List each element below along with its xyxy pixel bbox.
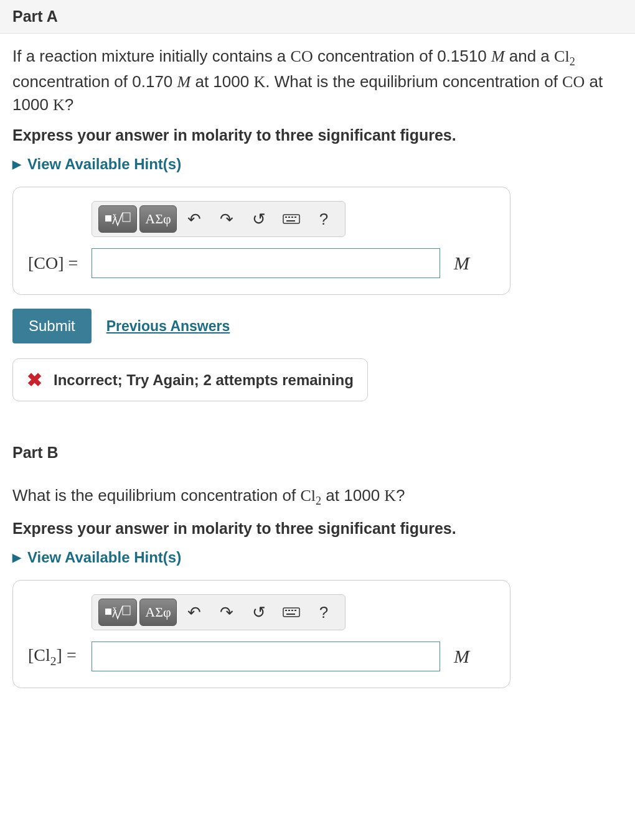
unit-a: M bbox=[454, 253, 469, 274]
hints-toggle-a[interactable]: ▶ View Available Hint(s) bbox=[12, 156, 623, 173]
svg-rect-12 bbox=[283, 608, 299, 617]
part-a-header: Part A bbox=[0, 0, 635, 34]
equation-toolbar-a: x ΑΣφ ↶ ↷ ↺ ? bbox=[92, 201, 346, 237]
part-a-body: If a reaction mixture initially contains… bbox=[0, 34, 635, 419]
part-b-instruction: Express your answer in molarity to three… bbox=[12, 520, 623, 538]
unit-b: M bbox=[454, 646, 469, 667]
reset-icon[interactable]: ↺ bbox=[244, 205, 274, 233]
svg-rect-4 bbox=[285, 217, 287, 218]
answer-input-a[interactable] bbox=[92, 248, 440, 278]
svg-rect-17 bbox=[286, 614, 295, 615]
equation-toolbar-b: x ΑΣφ ↶ ↷ ↺ ? bbox=[92, 594, 346, 630]
answer-input-b[interactable] bbox=[92, 642, 440, 671]
undo-icon[interactable]: ↶ bbox=[179, 205, 209, 233]
greek-symbols-button[interactable]: ΑΣφ bbox=[139, 205, 177, 233]
fraction-root-button[interactable]: x bbox=[98, 205, 137, 233]
previous-answers-link[interactable]: Previous Answers bbox=[106, 318, 230, 335]
redo-icon[interactable]: ↷ bbox=[212, 599, 242, 626]
svg-rect-3 bbox=[283, 215, 299, 223]
reset-icon[interactable]: ↺ bbox=[244, 599, 274, 626]
svg-rect-11 bbox=[123, 606, 130, 615]
part-a-question: If a reaction mixture initially contains… bbox=[12, 45, 623, 116]
keyboard-icon[interactable] bbox=[276, 205, 306, 233]
variable-label-cl2: [Cl2] = bbox=[28, 645, 92, 668]
incorrect-icon: ✖ bbox=[27, 369, 42, 391]
svg-rect-6 bbox=[291, 217, 293, 218]
svg-rect-13 bbox=[285, 610, 287, 611]
help-icon[interactable]: ? bbox=[309, 205, 339, 233]
chevron-right-icon: ▶ bbox=[12, 157, 21, 171]
part-b-body: Part B What is the equilibrium concentra… bbox=[0, 444, 635, 706]
feedback-text: Incorrect; Try Again; 2 attempts remaini… bbox=[54, 371, 354, 389]
action-row-a: Submit Previous Answers bbox=[12, 309, 623, 343]
part-a-title: Part A bbox=[12, 7, 58, 25]
submit-button-a[interactable]: Submit bbox=[12, 309, 92, 343]
answer-box-a: x ΑΣφ ↶ ↷ ↺ ? [CO] = M bbox=[12, 187, 510, 295]
hints-toggle-b[interactable]: ▶ View Available Hint(s) bbox=[12, 549, 623, 566]
svg-rect-0 bbox=[105, 215, 111, 222]
variable-label-co: [CO] = bbox=[28, 253, 92, 273]
input-row-a: [CO] = M bbox=[28, 248, 495, 278]
svg-rect-5 bbox=[288, 217, 290, 218]
svg-rect-15 bbox=[291, 610, 293, 611]
undo-icon[interactable]: ↶ bbox=[179, 599, 209, 626]
keyboard-icon[interactable] bbox=[276, 599, 306, 626]
fraction-root-button[interactable]: x bbox=[98, 599, 137, 626]
svg-rect-9 bbox=[105, 609, 111, 615]
feedback-box: ✖ Incorrect; Try Again; 2 attempts remai… bbox=[12, 358, 368, 401]
answer-box-b: x ΑΣφ ↶ ↷ ↺ ? [Cl2] = M bbox=[12, 580, 510, 688]
svg-rect-14 bbox=[288, 610, 290, 611]
part-a-instruction: Express your answer in molarity to three… bbox=[12, 126, 623, 144]
svg-rect-2 bbox=[123, 213, 130, 222]
redo-icon[interactable]: ↷ bbox=[212, 205, 242, 233]
part-b-question: What is the equilibrium concentration of… bbox=[12, 484, 623, 510]
svg-rect-16 bbox=[294, 610, 296, 611]
help-icon[interactable]: ? bbox=[309, 599, 339, 626]
hints-label: View Available Hint(s) bbox=[27, 549, 181, 566]
part-b-title: Part B bbox=[12, 444, 623, 462]
svg-rect-7 bbox=[294, 217, 296, 218]
svg-rect-8 bbox=[286, 220, 295, 222]
hints-label: View Available Hint(s) bbox=[27, 156, 181, 173]
greek-symbols-button[interactable]: ΑΣφ bbox=[139, 599, 177, 626]
input-row-b: [Cl2] = M bbox=[28, 642, 495, 671]
chevron-right-icon: ▶ bbox=[12, 551, 21, 564]
